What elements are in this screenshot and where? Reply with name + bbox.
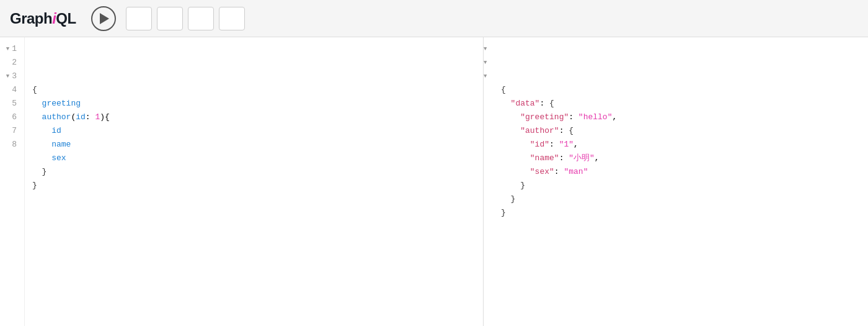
app-logo: GraphiQL: [10, 10, 76, 27]
line-number-row: 5: [0, 97, 19, 111]
response-fold-arrow[interactable]: ▼: [484, 70, 494, 83]
editor-line: sex: [32, 152, 476, 165]
line-number-row: 7: [0, 124, 19, 138]
copy-button[interactable]: [188, 7, 214, 30]
response-line: "author": {: [501, 124, 861, 138]
response-content: { "data": { "greeting": "hello", "author…: [494, 37, 868, 326]
line-number: 6: [12, 111, 17, 124]
toolbar: GraphiQL: [0, 0, 868, 37]
response-line: {: [501, 83, 861, 97]
line-number-row: ▼1: [0, 42, 19, 56]
response-line: "sex": "man": [501, 165, 861, 179]
fold-arrow-icon[interactable]: ▼: [6, 70, 9, 83]
line-number: 3: [12, 70, 17, 83]
line-number-row: 2: [0, 56, 19, 70]
response-line: "greeting": "hello",: [501, 111, 861, 124]
prettify-button[interactable]: [126, 7, 152, 30]
line-number-row: 6: [0, 111, 19, 124]
response-line: }: [501, 179, 861, 192]
editor-panel: ▼12▼345678 { greeting author(id: 1){ id …: [0, 37, 484, 326]
response-line: "data": {: [501, 97, 861, 111]
line-number-row: 8: [0, 138, 19, 152]
response-panel: ▼▼ ▼ { "data": { "greeting": "hello", "a…: [484, 37, 868, 326]
editor-line: id: [32, 124, 476, 138]
line-number: 8: [12, 138, 17, 152]
line-number-row: 4: [0, 83, 19, 97]
line-number: 4: [12, 83, 17, 97]
response-fold-arrow[interactable]: ▼: [484, 42, 494, 56]
response-line: "id": "1",: [501, 138, 861, 152]
editor-line: author(id: 1){: [32, 111, 476, 124]
history-button[interactable]: [219, 7, 245, 30]
line-number: 7: [12, 124, 17, 138]
editor-line: }: [32, 179, 476, 192]
editor-content[interactable]: { greeting author(id: 1){ id name sex }}: [25, 37, 483, 326]
line-number-row: ▼3: [0, 70, 19, 83]
fold-arrow-icon[interactable]: ▼: [6, 42, 9, 56]
logo-graph: Graph: [10, 10, 52, 27]
editor-line: {: [32, 83, 476, 97]
response-line: }: [501, 206, 861, 220]
line-number: 1: [12, 42, 17, 56]
line-number: 5: [12, 97, 17, 111]
response-line: }: [501, 192, 861, 206]
line-number: 2: [12, 56, 17, 70]
merge-button[interactable]: [157, 7, 183, 30]
main-area: ▼12▼345678 { greeting author(id: 1){ id …: [0, 37, 868, 326]
editor-line: name: [32, 138, 476, 152]
editor-line: greeting: [32, 97, 476, 111]
line-numbers: ▼12▼345678: [0, 37, 25, 326]
response-fold-arrow[interactable]: ▼: [484, 56, 494, 70]
play-icon: [100, 13, 109, 24]
response-line: "name": "小明",: [501, 152, 861, 165]
run-button[interactable]: [91, 6, 116, 31]
response-fold-arrows: ▼▼ ▼: [484, 37, 494, 326]
logo-ql: QL: [56, 10, 76, 27]
editor-line: }: [32, 165, 476, 179]
